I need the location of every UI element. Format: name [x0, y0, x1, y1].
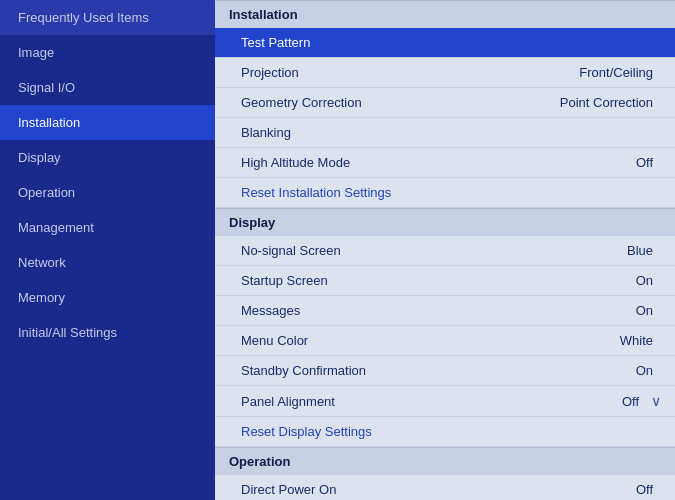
section-header-0: Installation — [215, 0, 675, 28]
setting-row-1-2[interactable]: MessagesOn — [215, 296, 675, 326]
setting-value: Point Correction — [560, 95, 653, 110]
setting-row-0-1[interactable]: ProjectionFront/Ceiling — [215, 58, 675, 88]
setting-value: Off — [636, 482, 653, 497]
sidebar-item-signal-i-o[interactable]: Signal I/O — [0, 70, 215, 105]
link-row-0-5[interactable]: Reset Installation Settings — [215, 178, 675, 208]
setting-value: Front/Ceiling — [579, 65, 653, 80]
sidebar-item-display[interactable]: Display — [0, 140, 215, 175]
setting-value: White — [620, 333, 653, 348]
setting-label: High Altitude Mode — [241, 155, 636, 170]
setting-value: On — [636, 273, 653, 288]
setting-row-2-0[interactable]: Direct Power OnOff — [215, 475, 675, 500]
sidebar-item-initial-all-settings[interactable]: Initial/All Settings — [0, 315, 215, 350]
setting-row-0-2[interactable]: Geometry CorrectionPoint Correction — [215, 88, 675, 118]
setting-row-1-0[interactable]: No-signal ScreenBlue — [215, 236, 675, 266]
setting-label: Messages — [241, 303, 636, 318]
link-label[interactable]: Reset Installation Settings — [241, 185, 391, 200]
section-header-1: Display — [215, 208, 675, 236]
section-header-2: Operation — [215, 447, 675, 475]
setting-label: Blanking — [241, 125, 661, 140]
setting-label: Direct Power On — [241, 482, 636, 497]
sidebar-item-operation[interactable]: Operation — [0, 175, 215, 210]
setting-label: No-signal Screen — [241, 243, 627, 258]
setting-row-1-4[interactable]: Standby ConfirmationOn — [215, 356, 675, 386]
setting-row-0-0[interactable]: Test Pattern — [215, 28, 675, 58]
setting-row-1-5[interactable]: Panel AlignmentOff∨ — [215, 386, 675, 417]
setting-label: Geometry Correction — [241, 95, 560, 110]
setting-value: Blue — [627, 243, 653, 258]
sidebar-item-network[interactable]: Network — [0, 245, 215, 280]
setting-value: On — [636, 303, 653, 318]
setting-row-1-3[interactable]: Menu ColorWhite — [215, 326, 675, 356]
setting-value: Off — [636, 155, 653, 170]
app-container: Frequently Used ItemsImageSignal I/OInst… — [0, 0, 675, 500]
setting-label: Panel Alignment — [241, 394, 622, 409]
setting-row-0-3[interactable]: Blanking — [215, 118, 675, 148]
setting-row-0-4[interactable]: High Altitude ModeOff — [215, 148, 675, 178]
setting-label: Standby Confirmation — [241, 363, 636, 378]
setting-value: Off — [622, 394, 639, 409]
sidebar-item-installation[interactable]: Installation — [0, 105, 215, 140]
sidebar-item-frequently-used-items[interactable]: Frequently Used Items — [0, 0, 215, 35]
sidebar-item-image[interactable]: Image — [0, 35, 215, 70]
setting-row-1-1[interactable]: Startup ScreenOn — [215, 266, 675, 296]
chevron-down-icon[interactable]: ∨ — [651, 393, 661, 409]
sidebar: Frequently Used ItemsImageSignal I/OInst… — [0, 0, 215, 500]
link-label[interactable]: Reset Display Settings — [241, 424, 372, 439]
sidebar-item-memory[interactable]: Memory — [0, 280, 215, 315]
setting-label: Projection — [241, 65, 579, 80]
setting-label: Startup Screen — [241, 273, 636, 288]
sidebar-item-management[interactable]: Management — [0, 210, 215, 245]
setting-value: On — [636, 363, 653, 378]
setting-label: Test Pattern — [241, 35, 661, 50]
main-content: InstallationTest PatternProjectionFront/… — [215, 0, 675, 500]
setting-label: Menu Color — [241, 333, 620, 348]
link-row-1-6[interactable]: Reset Display Settings — [215, 417, 675, 447]
